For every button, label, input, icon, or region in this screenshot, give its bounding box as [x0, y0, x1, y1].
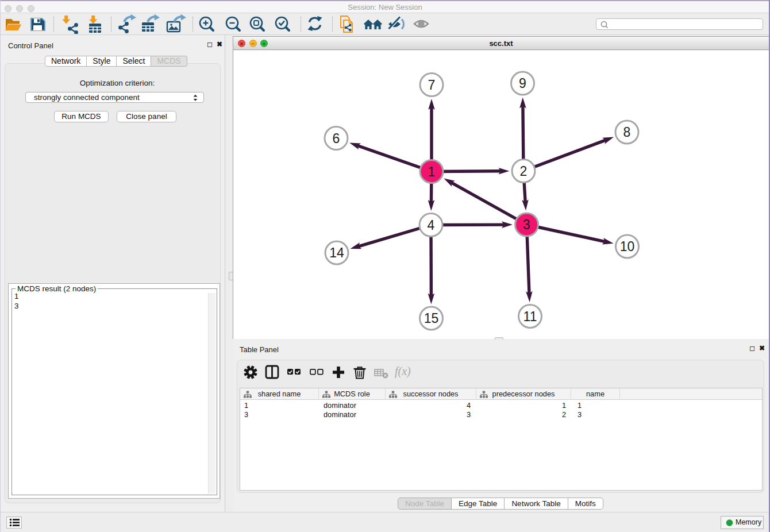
- svg-text:14: 14: [329, 245, 344, 260]
- svg-text:7: 7: [428, 78, 436, 92]
- svg-text:6: 6: [333, 131, 340, 146]
- svg-text:9: 9: [519, 76, 526, 91]
- svg-text:15: 15: [424, 311, 439, 326]
- svg-text:1: 1: [428, 164, 436, 179]
- svg-text:2: 2: [520, 164, 528, 179]
- svg-text:3: 3: [523, 217, 530, 232]
- svg-text:11: 11: [523, 309, 537, 324]
- svg-text:4: 4: [428, 218, 435, 233]
- svg-text:8: 8: [623, 125, 631, 140]
- svg-text:10: 10: [620, 239, 635, 254]
